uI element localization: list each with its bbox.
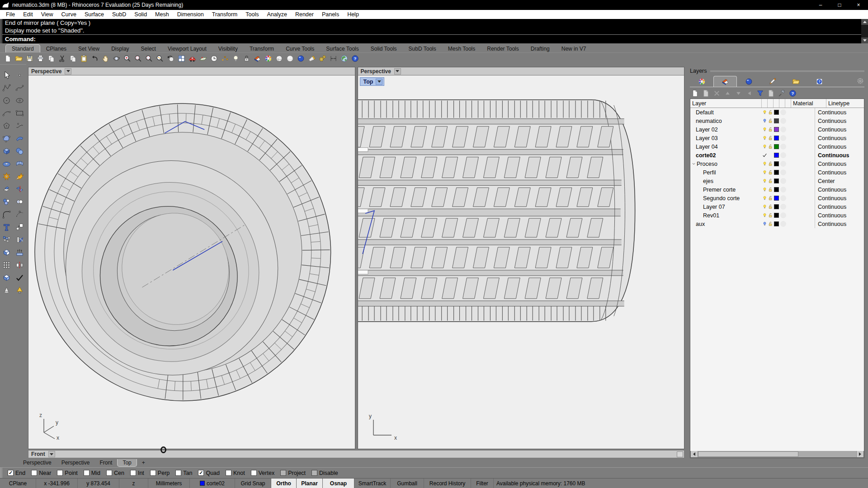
toolbar-tab-transform[interactable]: Transform: [244, 45, 280, 52]
select-tool-icon[interactable]: [1, 69, 13, 81]
layer-row[interactable]: Rev01Continuous: [690, 211, 864, 220]
layer-visibility-icon[interactable]: [762, 127, 768, 132]
layer-lock-icon[interactable]: [768, 212, 774, 218]
layer-color-swatch[interactable]: [774, 161, 779, 166]
toolbar-tab-mesh-tools[interactable]: Mesh Tools: [442, 45, 481, 52]
undo-view-change-icon[interactable]: [165, 53, 176, 64]
layer-row[interactable]: corte02Continuous: [690, 151, 864, 160]
scroll-left-icon[interactable]: [691, 451, 698, 457]
layer-color-swatch[interactable]: [774, 187, 779, 192]
status-filter[interactable]: Filter: [471, 479, 494, 488]
osnap-tan[interactable]: Tan: [175, 470, 192, 476]
open-file-icon[interactable]: [14, 53, 24, 64]
layer-name[interactable]: Layer 07: [690, 204, 762, 210]
paste-icon[interactable]: [79, 53, 89, 64]
layer-linetype[interactable]: Continuous: [815, 168, 864, 177]
zoom-window-icon[interactable]: [133, 53, 143, 64]
osnap-project[interactable]: Project: [280, 470, 306, 476]
layer-linetype[interactable]: Continuous: [815, 220, 864, 228]
detail-view-chip[interactable]: Top: [360, 77, 385, 86]
solid-tools-tool-icon[interactable]: [1, 246, 13, 258]
layer-visibility-icon[interactable]: [762, 135, 768, 141]
set-cplane-icon[interactable]: [198, 53, 208, 64]
layer-color-swatch[interactable]: [774, 153, 779, 158]
status-cplane[interactable]: CPlane: [0, 479, 36, 488]
toolbar-tab-viewport-layout[interactable]: Viewport Layout: [162, 45, 212, 52]
panel-tab-layers[interactable]: [713, 76, 737, 87]
new-viewport-tab[interactable]: +: [137, 459, 150, 466]
front-viewport-bar[interactable]: Front: [28, 450, 684, 458]
layer-visibility-icon[interactable]: [762, 221, 768, 227]
toolbar-tab-cplanes[interactable]: CPlanes: [40, 45, 72, 52]
save-icon[interactable]: [24, 53, 35, 64]
shaded-viewport-icon[interactable]: [274, 53, 284, 64]
rectangle-tool-icon[interactable]: [14, 107, 26, 119]
layer-linetype[interactable]: Continuous: [815, 202, 864, 211]
layer-material[interactable]: [779, 221, 815, 227]
osnap-checkbox[interactable]: [251, 470, 257, 476]
continue-curve-tool-icon[interactable]: [14, 208, 26, 220]
viewport-title[interactable]: Perspective: [31, 68, 61, 75]
rendered-viewport-icon[interactable]: [296, 53, 306, 64]
layer-visibility-icon[interactable]: [762, 178, 768, 184]
layer-material[interactable]: [779, 204, 815, 210]
layer-row[interactable]: ejesCenter: [690, 177, 864, 185]
layer-lock-icon[interactable]: [768, 178, 774, 184]
layer-material[interactable]: [779, 109, 815, 115]
layer-material[interactable]: [779, 187, 815, 192]
rectangular-array-tool-icon[interactable]: [1, 259, 13, 271]
cone-tool-icon[interactable]: [1, 284, 13, 296]
deform-cage-tool-icon[interactable]: [1, 132, 13, 144]
menu-analyze[interactable]: Analyze: [263, 10, 291, 19]
rotate-2d-icon[interactable]: [209, 53, 219, 64]
layer-name[interactable]: neumatico: [690, 118, 762, 124]
osnap-end[interactable]: ✓End: [8, 470, 25, 476]
layer-list-header[interactable]: Layer Material Linetype: [690, 99, 864, 108]
viewport-perspective[interactable]: Perspective: [28, 67, 355, 449]
layer-color-swatch[interactable]: [774, 170, 779, 175]
edit-layers-icon[interactable]: [252, 53, 263, 64]
osnap-vertex[interactable]: Vertex: [251, 470, 274, 476]
menu-panels[interactable]: Panels: [318, 10, 343, 19]
layer-material[interactable]: [779, 152, 815, 158]
help-icon[interactable]: ?: [350, 53, 360, 64]
layer-color-swatch[interactable]: [774, 127, 779, 132]
copy-icon[interactable]: [68, 53, 78, 64]
status-smarttrack[interactable]: SmartTrack: [354, 479, 391, 488]
menu-mesh[interactable]: Mesh: [151, 10, 173, 19]
layer-linetype[interactable]: Continuous: [815, 185, 864, 194]
panel-tab-help[interactable]: ?: [807, 76, 831, 87]
display-properties-icon[interactable]: [263, 53, 274, 64]
toolbar-tab-subd-tools[interactable]: SubD Tools: [403, 45, 442, 52]
osnap-checkbox[interactable]: [175, 470, 181, 476]
status-y-873-454[interactable]: y 873.454: [78, 479, 119, 488]
front-viewport-title[interactable]: Front: [31, 451, 45, 457]
spotlight-icon[interactable]: [307, 53, 317, 64]
menu-curve[interactable]: Curve: [57, 10, 80, 19]
array-tool-icon[interactable]: [1, 234, 13, 245]
status-osnap[interactable]: Osnap: [323, 479, 354, 488]
layer-visibility-icon[interactable]: [762, 195, 768, 201]
panel-tab-properties[interactable]: [690, 76, 713, 87]
layer-material[interactable]: [779, 135, 815, 141]
layer-lock-icon[interactable]: [768, 144, 774, 150]
copy-file-icon[interactable]: [46, 53, 57, 64]
command-area[interactable]: End of mirror plane ( Copy=Yes ) Display…: [0, 19, 868, 43]
blend-tool-icon[interactable]: [1, 196, 13, 207]
fillet-curve-tool-icon[interactable]: [1, 208, 13, 220]
layer-lock-icon[interactable]: [768, 118, 774, 124]
options-icon[interactable]: [317, 53, 328, 64]
menu-subd[interactable]: SubD: [108, 10, 130, 19]
menu-surface[interactable]: Surface: [80, 10, 108, 19]
boolean-check-tool-icon[interactable]: [14, 272, 26, 283]
layer-name[interactable]: ejes: [690, 178, 762, 184]
new-layer-icon[interactable]: [691, 89, 699, 98]
move-down-icon[interactable]: [734, 89, 743, 98]
menu-file[interactable]: File: [2, 10, 19, 19]
status-gumball[interactable]: Gumball: [391, 479, 424, 488]
layer-visibility-icon[interactable]: [762, 161, 768, 167]
lock-objects-icon[interactable]: [241, 53, 252, 64]
layer-name[interactable]: Rev01: [690, 212, 762, 219]
filter-icon[interactable]: [756, 89, 764, 98]
osnap-quad[interactable]: ✓Quad: [198, 470, 220, 476]
